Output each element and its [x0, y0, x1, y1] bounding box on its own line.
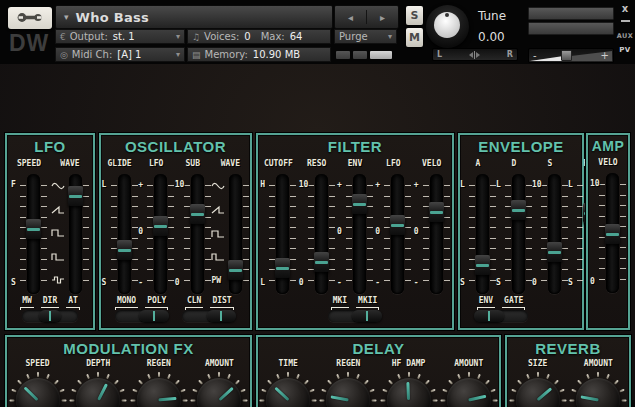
filter-env-slider[interactable] — [353, 174, 366, 294]
switch-track[interactable] — [182, 310, 236, 322]
switch-option-env[interactable]: ENV — [477, 296, 495, 308]
solo-button[interactable]: S — [406, 6, 423, 25]
slider-handle[interactable] — [190, 204, 205, 224]
edit-instrument-button[interactable] — [8, 7, 52, 29]
slider-top-label: + — [138, 180, 143, 189]
slider-handle[interactable] — [26, 219, 41, 239]
lfo-wave-slider[interactable] — [69, 174, 82, 294]
midi-channel-select[interactable]: ◎ Midi Ch: [A] 1 ▾ — [55, 47, 185, 62]
slider-top-label: + — [414, 180, 419, 189]
modfx-amount-knob[interactable] — [189, 370, 249, 407]
output-select[interactable]: € Output: st. 1 ▾ — [55, 29, 185, 44]
slider-handle[interactable] — [605, 224, 620, 244]
knob-modfx-regen: REGEN — [129, 359, 189, 407]
switch-handle[interactable] — [39, 310, 61, 322]
env-sustain-slider[interactable] — [548, 174, 561, 294]
aux-button[interactable]: AUX — [616, 32, 634, 40]
slider-handle[interactable] — [475, 255, 490, 275]
switch-option-mkii[interactable]: MKII — [356, 296, 379, 308]
slider-handle[interactable] — [117, 240, 132, 260]
minimize-button[interactable] — [621, 20, 630, 22]
delay-time-knob[interactable] — [258, 370, 318, 407]
filter-reso-slider[interactable] — [315, 174, 328, 294]
knob-modfx-amount: AMOUNT — [189, 359, 249, 407]
pv-button[interactable]: PV — [616, 46, 634, 54]
env-attack-slider[interactable] — [476, 174, 489, 294]
divider — [366, 10, 367, 24]
pan-left-label: L — [437, 50, 442, 59]
switch-option-mono[interactable]: MONO — [115, 296, 138, 308]
slider-handle[interactable] — [68, 186, 83, 206]
modfx-depth-knob[interactable] — [68, 370, 128, 407]
slider-lfo-speed: SPEED F S — [11, 159, 47, 296]
purge-menu[interactable]: Purge ▾ — [334, 29, 397, 44]
next-preset-button[interactable]: ▸ — [380, 12, 385, 23]
prev-preset-button[interactable]: ◂ — [348, 12, 353, 23]
slider-top-label: 10 — [532, 180, 542, 189]
section-filter: FILTER CUTOFF H L — [256, 133, 454, 330]
purge-label: Purge — [339, 31, 368, 42]
switch-option-mw[interactable]: MW — [20, 296, 34, 308]
switch-track[interactable] — [328, 310, 382, 322]
slider-handle[interactable] — [314, 252, 329, 272]
slider-handle[interactable] — [228, 260, 243, 280]
switch-option-cln[interactable]: CLN — [185, 296, 203, 308]
switch-handle[interactable] — [139, 310, 169, 322]
switch-handle[interactable] — [474, 310, 504, 322]
switch-option-dist[interactable]: DIST — [210, 296, 233, 308]
mute-button[interactable]: M — [406, 28, 423, 47]
tune-value[interactable]: 0.00 — [478, 30, 505, 44]
filter-cutoff-slider[interactable] — [276, 174, 289, 294]
delay-regen-knob[interactable] — [318, 370, 378, 407]
switch-option-dir[interactable]: DIR — [41, 296, 59, 308]
slider-label: RESO — [307, 159, 326, 170]
max-value[interactable]: 64 — [290, 31, 303, 42]
volume-handle[interactable] — [561, 50, 572, 61]
tick-marks — [290, 185, 296, 281]
slider-handle[interactable] — [352, 194, 367, 214]
switch-track[interactable] — [22, 310, 78, 322]
env-decay-slider[interactable] — [512, 174, 525, 294]
delay-hfdamp-knob[interactable] — [379, 370, 439, 407]
switch-handle[interactable] — [207, 310, 237, 322]
osc-wave-slider[interactable] — [229, 174, 242, 294]
slider-handle[interactable] — [275, 258, 290, 278]
switch-option-gate[interactable]: GATE — [502, 296, 525, 308]
slider-handle[interactable] — [153, 216, 168, 236]
slider-handle[interactable] — [390, 215, 405, 235]
osc-sub-slider[interactable] — [191, 174, 204, 294]
reverb-size-knob[interactable] — [508, 370, 568, 407]
slider-handle[interactable] — [511, 200, 526, 220]
switch-option-mki[interactable]: MKI — [331, 296, 349, 308]
volume-slider[interactable]: - + — [528, 48, 614, 63]
slider-top-label: H — [260, 180, 265, 189]
pan-slider[interactable]: L R — [432, 48, 518, 61]
switch-option-at[interactable]: AT — [66, 296, 80, 308]
osc-lfo-slider[interactable] — [154, 174, 167, 294]
switch-track[interactable] — [115, 310, 169, 322]
switch-track[interactable] — [474, 310, 528, 322]
osc-glide-slider[interactable] — [118, 174, 131, 294]
amp-velo-slider[interactable] — [606, 173, 619, 293]
modfx-speed-knob[interactable] — [8, 370, 68, 407]
filter-lfo-slider[interactable] — [391, 174, 404, 294]
reverb-amount-knob[interactable] — [568, 370, 628, 407]
tune-knob[interactable] — [426, 5, 469, 48]
section-modulation-fx: MODULATION FX SPEED DEPTH — [5, 335, 252, 407]
slider-handle[interactable] — [547, 242, 562, 262]
delay-amount-knob[interactable] — [439, 370, 499, 407]
slider-bottom-label: 0 — [299, 278, 304, 287]
max-label: Max: — [261, 31, 285, 42]
lfo-speed-slider[interactable] — [27, 174, 40, 294]
switch-option-poly[interactable]: POLY — [145, 296, 168, 308]
preset-title-bar[interactable]: ▾ Who Bass — [55, 5, 333, 29]
filter-velo-slider[interactable] — [430, 174, 443, 294]
slider-handle[interactable] — [429, 202, 444, 222]
switch-handle[interactable] — [352, 310, 382, 322]
slider-osc-wave: WAVE PW — [211, 159, 249, 296]
slider-filter-velo: VELO + 0 - — [414, 159, 450, 296]
slider-osc-glide: GLIDE L S — [102, 159, 138, 296]
close-button[interactable]: x — [616, 3, 634, 15]
chevron-down-icon: ▾ — [176, 32, 180, 41]
modfx-regen-knob[interactable] — [129, 370, 189, 407]
